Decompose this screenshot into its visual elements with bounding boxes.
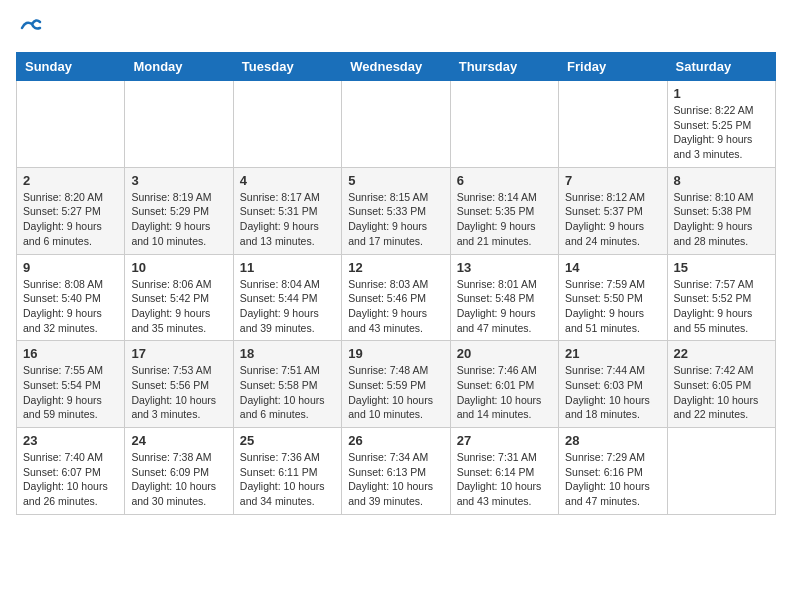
day-info: Sunrise: 7:31 AM Sunset: 6:14 PM Dayligh… — [457, 450, 552, 509]
day-info: Sunrise: 8:08 AM Sunset: 5:40 PM Dayligh… — [23, 277, 118, 336]
day-number: 23 — [23, 433, 118, 448]
day-info: Sunrise: 7:34 AM Sunset: 6:13 PM Dayligh… — [348, 450, 443, 509]
column-header-friday: Friday — [559, 53, 667, 81]
day-info: Sunrise: 8:22 AM Sunset: 5:25 PM Dayligh… — [674, 103, 769, 162]
day-info: Sunrise: 7:53 AM Sunset: 5:56 PM Dayligh… — [131, 363, 226, 422]
day-number: 1 — [674, 86, 769, 101]
day-info: Sunrise: 7:36 AM Sunset: 6:11 PM Dayligh… — [240, 450, 335, 509]
calendar-cell — [667, 428, 775, 515]
day-number: 13 — [457, 260, 552, 275]
calendar-week-row: 23Sunrise: 7:40 AM Sunset: 6:07 PM Dayli… — [17, 428, 776, 515]
day-number: 16 — [23, 346, 118, 361]
calendar-cell: 19Sunrise: 7:48 AM Sunset: 5:59 PM Dayli… — [342, 341, 450, 428]
day-info: Sunrise: 8:10 AM Sunset: 5:38 PM Dayligh… — [674, 190, 769, 249]
day-number: 28 — [565, 433, 660, 448]
calendar-cell: 1Sunrise: 8:22 AM Sunset: 5:25 PM Daylig… — [667, 81, 775, 168]
day-info: Sunrise: 7:38 AM Sunset: 6:09 PM Dayligh… — [131, 450, 226, 509]
calendar-cell: 22Sunrise: 7:42 AM Sunset: 6:05 PM Dayli… — [667, 341, 775, 428]
day-number: 20 — [457, 346, 552, 361]
calendar-cell: 10Sunrise: 8:06 AM Sunset: 5:42 PM Dayli… — [125, 254, 233, 341]
calendar-cell: 5Sunrise: 8:15 AM Sunset: 5:33 PM Daylig… — [342, 167, 450, 254]
calendar-cell: 27Sunrise: 7:31 AM Sunset: 6:14 PM Dayli… — [450, 428, 558, 515]
calendar-cell: 4Sunrise: 8:17 AM Sunset: 5:31 PM Daylig… — [233, 167, 341, 254]
calendar-cell: 12Sunrise: 8:03 AM Sunset: 5:46 PM Dayli… — [342, 254, 450, 341]
day-info: Sunrise: 7:51 AM Sunset: 5:58 PM Dayligh… — [240, 363, 335, 422]
day-info: Sunrise: 8:04 AM Sunset: 5:44 PM Dayligh… — [240, 277, 335, 336]
calendar-cell: 24Sunrise: 7:38 AM Sunset: 6:09 PM Dayli… — [125, 428, 233, 515]
day-info: Sunrise: 7:46 AM Sunset: 6:01 PM Dayligh… — [457, 363, 552, 422]
day-number: 25 — [240, 433, 335, 448]
day-number: 11 — [240, 260, 335, 275]
calendar-cell: 2Sunrise: 8:20 AM Sunset: 5:27 PM Daylig… — [17, 167, 125, 254]
day-number: 22 — [674, 346, 769, 361]
day-info: Sunrise: 7:29 AM Sunset: 6:16 PM Dayligh… — [565, 450, 660, 509]
day-info: Sunrise: 8:14 AM Sunset: 5:35 PM Dayligh… — [457, 190, 552, 249]
day-info: Sunrise: 8:20 AM Sunset: 5:27 PM Dayligh… — [23, 190, 118, 249]
day-info: Sunrise: 8:17 AM Sunset: 5:31 PM Dayligh… — [240, 190, 335, 249]
day-info: Sunrise: 7:57 AM Sunset: 5:52 PM Dayligh… — [674, 277, 769, 336]
calendar-cell: 17Sunrise: 7:53 AM Sunset: 5:56 PM Dayli… — [125, 341, 233, 428]
day-number: 27 — [457, 433, 552, 448]
day-info: Sunrise: 8:01 AM Sunset: 5:48 PM Dayligh… — [457, 277, 552, 336]
day-number: 21 — [565, 346, 660, 361]
calendar-week-row: 16Sunrise: 7:55 AM Sunset: 5:54 PM Dayli… — [17, 341, 776, 428]
day-number: 4 — [240, 173, 335, 188]
calendar-week-row: 9Sunrise: 8:08 AM Sunset: 5:40 PM Daylig… — [17, 254, 776, 341]
calendar-cell — [17, 81, 125, 168]
calendar-cell: 23Sunrise: 7:40 AM Sunset: 6:07 PM Dayli… — [17, 428, 125, 515]
column-header-monday: Monday — [125, 53, 233, 81]
calendar-cell: 28Sunrise: 7:29 AM Sunset: 6:16 PM Dayli… — [559, 428, 667, 515]
calendar-cell: 21Sunrise: 7:44 AM Sunset: 6:03 PM Dayli… — [559, 341, 667, 428]
calendar-cell: 14Sunrise: 7:59 AM Sunset: 5:50 PM Dayli… — [559, 254, 667, 341]
calendar-cell: 26Sunrise: 7:34 AM Sunset: 6:13 PM Dayli… — [342, 428, 450, 515]
calendar-cell — [233, 81, 341, 168]
calendar-cell — [559, 81, 667, 168]
calendar-cell: 7Sunrise: 8:12 AM Sunset: 5:37 PM Daylig… — [559, 167, 667, 254]
day-info: Sunrise: 7:40 AM Sunset: 6:07 PM Dayligh… — [23, 450, 118, 509]
day-info: Sunrise: 8:19 AM Sunset: 5:29 PM Dayligh… — [131, 190, 226, 249]
calendar-cell: 9Sunrise: 8:08 AM Sunset: 5:40 PM Daylig… — [17, 254, 125, 341]
day-number: 15 — [674, 260, 769, 275]
day-number: 9 — [23, 260, 118, 275]
day-info: Sunrise: 8:15 AM Sunset: 5:33 PM Dayligh… — [348, 190, 443, 249]
day-number: 10 — [131, 260, 226, 275]
calendar-table: SundayMondayTuesdayWednesdayThursdayFrid… — [16, 52, 776, 515]
day-number: 24 — [131, 433, 226, 448]
day-number: 17 — [131, 346, 226, 361]
logo — [16, 16, 42, 40]
day-number: 2 — [23, 173, 118, 188]
day-number: 19 — [348, 346, 443, 361]
day-number: 6 — [457, 173, 552, 188]
logo-icon — [18, 16, 42, 40]
day-info: Sunrise: 7:42 AM Sunset: 6:05 PM Dayligh… — [674, 363, 769, 422]
column-header-tuesday: Tuesday — [233, 53, 341, 81]
day-info: Sunrise: 7:55 AM Sunset: 5:54 PM Dayligh… — [23, 363, 118, 422]
day-info: Sunrise: 7:48 AM Sunset: 5:59 PM Dayligh… — [348, 363, 443, 422]
calendar-week-row: 1Sunrise: 8:22 AM Sunset: 5:25 PM Daylig… — [17, 81, 776, 168]
day-number: 5 — [348, 173, 443, 188]
day-info: Sunrise: 7:59 AM Sunset: 5:50 PM Dayligh… — [565, 277, 660, 336]
calendar-cell: 15Sunrise: 7:57 AM Sunset: 5:52 PM Dayli… — [667, 254, 775, 341]
calendar-week-row: 2Sunrise: 8:20 AM Sunset: 5:27 PM Daylig… — [17, 167, 776, 254]
page-header — [16, 16, 776, 40]
calendar-cell: 11Sunrise: 8:04 AM Sunset: 5:44 PM Dayli… — [233, 254, 341, 341]
calendar-cell: 25Sunrise: 7:36 AM Sunset: 6:11 PM Dayli… — [233, 428, 341, 515]
column-header-thursday: Thursday — [450, 53, 558, 81]
day-info: Sunrise: 7:44 AM Sunset: 6:03 PM Dayligh… — [565, 363, 660, 422]
column-header-sunday: Sunday — [17, 53, 125, 81]
calendar-cell: 20Sunrise: 7:46 AM Sunset: 6:01 PM Dayli… — [450, 341, 558, 428]
day-info: Sunrise: 8:03 AM Sunset: 5:46 PM Dayligh… — [348, 277, 443, 336]
calendar-cell: 8Sunrise: 8:10 AM Sunset: 5:38 PM Daylig… — [667, 167, 775, 254]
calendar-cell: 18Sunrise: 7:51 AM Sunset: 5:58 PM Dayli… — [233, 341, 341, 428]
day-number: 26 — [348, 433, 443, 448]
calendar-header-row: SundayMondayTuesdayWednesdayThursdayFrid… — [17, 53, 776, 81]
calendar-cell — [342, 81, 450, 168]
day-info: Sunrise: 8:12 AM Sunset: 5:37 PM Dayligh… — [565, 190, 660, 249]
column-header-wednesday: Wednesday — [342, 53, 450, 81]
day-info: Sunrise: 8:06 AM Sunset: 5:42 PM Dayligh… — [131, 277, 226, 336]
day-number: 12 — [348, 260, 443, 275]
calendar-cell: 13Sunrise: 8:01 AM Sunset: 5:48 PM Dayli… — [450, 254, 558, 341]
day-number: 8 — [674, 173, 769, 188]
day-number: 18 — [240, 346, 335, 361]
day-number: 3 — [131, 173, 226, 188]
